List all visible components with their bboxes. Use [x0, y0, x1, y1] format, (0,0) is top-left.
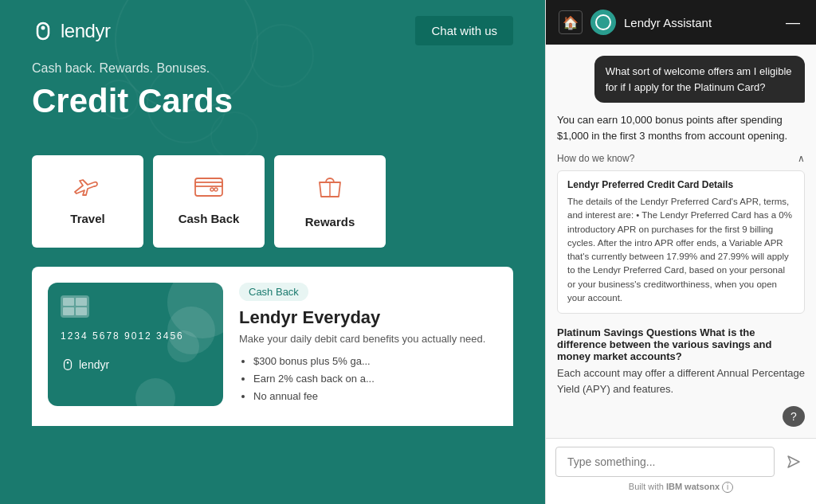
send-icon — [787, 455, 801, 469]
chat-header: 🏠 Lendyr Assistant — — [546, 0, 816, 45]
svg-point-0 — [41, 25, 45, 29]
chevron-up-icon: ∧ — [798, 153, 805, 164]
assistant-avatar — [590, 10, 616, 35]
credit-card-visual: 1234 5678 9012 3456 lendyr — [48, 283, 223, 406]
followup-section: Platinum Savings Questions What is the d… — [557, 323, 805, 397]
source-label: How do we know? — [557, 153, 634, 164]
rewards-icon — [318, 174, 342, 205]
product-info: Cash Back Lendyr Everyday Make your dail… — [239, 283, 497, 410]
category-grid: Travel Cash Back — [0, 155, 545, 248]
svg-rect-2 — [195, 182, 222, 186]
home-button[interactable]: 🏠 — [559, 10, 583, 34]
send-button[interactable] — [781, 449, 806, 475]
bot-response: You can earn 10,000 bonus points after s… — [557, 112, 805, 314]
card-logo-icon — [61, 357, 75, 372]
followup-answer: Each account may offer a different Annua… — [557, 365, 805, 397]
source-section: How do we know? ∧ Lendyr Preferred Credi… — [557, 150, 805, 314]
cashback-icon — [194, 174, 224, 202]
category-card-cashback[interactable]: Cash Back — [153, 155, 265, 248]
footer-text: Built with — [629, 482, 666, 491]
svg-point-4 — [210, 188, 214, 191]
deco-circle-5 — [99, 80, 139, 119]
avatar-inner — [595, 14, 611, 30]
chip-cell — [63, 307, 74, 315]
svg-point-7 — [67, 361, 69, 364]
chat-input-row — [555, 447, 806, 477]
user-message: What sort of welcome offers am I eligibl… — [594, 56, 805, 103]
chat-footer: Built with IBM watsonx i — [555, 477, 806, 496]
user-bubble: What sort of welcome offers am I eligibl… — [594, 56, 805, 103]
feature-item: $300 bonus plus 5% ga... — [253, 353, 497, 370]
card-logo-text: lendyr — [79, 358, 109, 371]
svg-rect-1 — [195, 178, 222, 196]
bottom-section: 1234 5678 9012 3456 lendyr Cash Back Len… — [32, 267, 513, 426]
travel-icon — [73, 174, 102, 202]
deco-circle-3 — [210, 111, 258, 159]
main-content: lendyr Chat with us Cash back. Rewards. … — [0, 0, 545, 504]
category-card-rewards[interactable]: Rewards — [274, 155, 386, 248]
deco-circle-4 — [250, 24, 314, 88]
info-icon[interactable]: i — [722, 482, 733, 493]
chat-messages: What sort of welcome offers am I eligibl… — [546, 45, 816, 438]
category-label-cashback: Cash Back — [178, 212, 240, 225]
bot-text: You can earn 10,000 bonus points after s… — [557, 112, 805, 143]
source-toggle[interactable]: How do we know? ∧ — [557, 150, 805, 167]
product-desc: Make your daily debit card benefits you … — [239, 333, 497, 345]
chip-cell — [76, 298, 87, 306]
source-title: Lendyr Preferred Credit Card Details — [567, 179, 794, 190]
card-deco-3 — [167, 330, 199, 362]
product-title: Lendyr Everyday — [239, 307, 497, 328]
chat-input-area: Built with IBM watsonx i — [546, 438, 816, 504]
category-card-travel[interactable]: Travel — [32, 155, 143, 248]
source-box: Lendyr Preferred Credit Card Details The… — [557, 170, 805, 314]
card-chip — [61, 295, 89, 318]
category-label-travel: Travel — [70, 212, 104, 225]
logo-icon — [32, 20, 54, 42]
category-label-rewards: Rewards — [305, 215, 355, 229]
card-deco-4 — [135, 378, 175, 406]
svg-point-3 — [214, 188, 218, 191]
footer-brand: IBM watsonx — [666, 482, 720, 491]
chat-input[interactable] — [555, 447, 775, 477]
chat-title: Lendyr Assistant — [624, 16, 775, 29]
help-button[interactable]: ? — [783, 406, 805, 427]
chip-cell — [76, 307, 87, 315]
product-badge: Cash Back — [239, 283, 308, 301]
chip-cell — [63, 298, 74, 306]
logo: lendyr — [32, 20, 110, 42]
chat-panel: 🏠 Lendyr Assistant — What sort of welcom… — [545, 0, 816, 504]
feature-item: Earn 2% cash back on a... — [253, 370, 497, 388]
product-features: $300 bonus plus 5% ga... Earn 2% cash ba… — [239, 353, 497, 405]
minimize-button[interactable]: — — [783, 14, 803, 31]
feature-item: No annual fee — [253, 388, 497, 405]
logo-text: lendyr — [61, 20, 110, 42]
chat-with-us-button[interactable]: Chat with us — [415, 16, 513, 45]
followup-question: Platinum Savings Questions What is the d… — [557, 326, 805, 362]
source-text: The details of the Lendyr Preferred Card… — [567, 195, 794, 305]
